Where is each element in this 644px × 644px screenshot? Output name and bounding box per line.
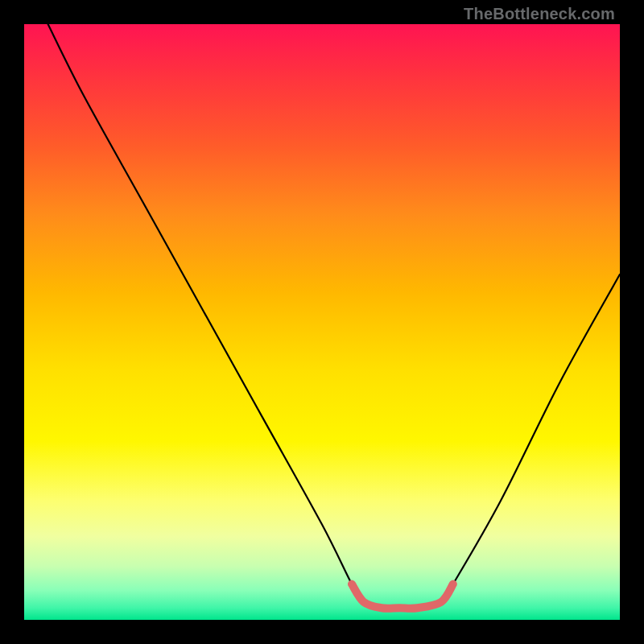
watermark-text: TheBottleneck.com [464, 5, 615, 23]
bottleneck-curve [48, 24, 620, 609]
chart-frame: TheBottleneck.com [0, 0, 644, 644]
curve-layer [24, 24, 620, 620]
highlight-segment [352, 584, 453, 609]
plot-area [24, 24, 620, 620]
